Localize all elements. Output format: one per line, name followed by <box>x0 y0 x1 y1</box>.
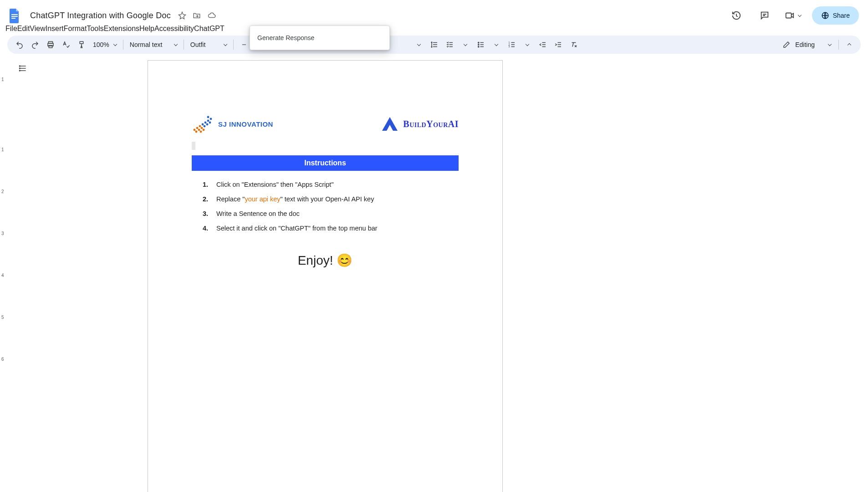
redo-button[interactable] <box>28 38 42 51</box>
indent-inc-button[interactable] <box>551 38 565 51</box>
svg-point-22 <box>201 127 203 129</box>
document-title[interactable]: ChatGPT Integration with Google Doc <box>27 10 174 21</box>
undo-button[interactable] <box>13 38 26 51</box>
svg-point-9 <box>478 44 479 45</box>
spellcheck-button[interactable] <box>59 38 73 51</box>
chatgpt-generate-item[interactable]: Generate Response <box>250 29 389 47</box>
menu-extensions[interactable]: Extensions <box>104 25 139 33</box>
list-item: 2.Replace "your api key" text with your … <box>201 192 459 206</box>
sj-innovation-logo: SJ INNOVATION <box>192 114 273 133</box>
move-icon[interactable] <box>193 11 201 20</box>
document-page[interactable]: SJ INNOVATION BuildYourAI Instructions 1… <box>148 60 503 492</box>
menu-accessibility[interactable]: Accessibility <box>154 25 194 33</box>
editing-mode-dropdown[interactable]: Editing <box>779 41 835 49</box>
svg-point-29 <box>200 131 202 133</box>
clear-format-button[interactable] <box>567 38 581 51</box>
svg-point-25 <box>207 120 209 122</box>
fontsize-dec[interactable] <box>237 38 251 51</box>
menu-view[interactable]: View <box>30 25 45 33</box>
styles-dropdown[interactable]: Normal text <box>126 41 181 48</box>
menu-format[interactable]: Format <box>64 25 87 33</box>
linespacing-button[interactable] <box>428 38 441 51</box>
vertical-ruler[interactable]: 1 1 2 3 4 5 6 <box>0 53 7 492</box>
checklist-caret[interactable] <box>459 38 472 51</box>
menu-tools[interactable]: Tools <box>87 25 103 33</box>
font-dropdown[interactable]: Outfit <box>187 41 230 48</box>
menu-chatgpt[interactable]: ChatGPT <box>194 25 225 33</box>
list-item: 1.Click on "Extensions" then "Apps Scrip… <box>201 177 459 192</box>
svg-rect-0 <box>11 14 18 15</box>
instructions-list: 1.Click on "Extensions" then "Apps Scrip… <box>192 177 459 236</box>
indent-dec-button[interactable] <box>536 38 550 51</box>
docs-logo[interactable] <box>5 6 24 25</box>
svg-rect-1 <box>11 16 18 17</box>
enjoy-text: Enjoy! 😊 <box>192 253 459 268</box>
svg-text:3: 3 <box>508 45 510 48</box>
comments-icon[interactable] <box>756 6 774 25</box>
collapse-toolbar-button[interactable] <box>842 38 856 51</box>
menu-help[interactable]: Help <box>139 25 154 33</box>
svg-point-32 <box>207 116 209 118</box>
svg-point-21 <box>198 129 200 131</box>
chatgpt-menu-popup: Generate Response <box>250 26 390 50</box>
svg-point-24 <box>204 122 207 124</box>
svg-point-26 <box>204 125 206 128</box>
history-icon[interactable] <box>727 6 745 25</box>
buildyourai-logo: BuildYourAI <box>382 117 459 131</box>
svg-point-28 <box>209 122 211 124</box>
align-dropdown[interactable] <box>412 38 426 51</box>
instructions-header: Instructions <box>192 155 459 171</box>
svg-point-10 <box>478 46 479 47</box>
star-icon[interactable] <box>178 11 186 20</box>
svg-point-8 <box>478 42 479 43</box>
paint-format-button[interactable] <box>75 38 88 51</box>
share-button[interactable]: Share <box>812 6 859 25</box>
svg-point-31 <box>210 118 212 120</box>
share-label: Share <box>833 12 850 19</box>
bulleted-caret[interactable] <box>490 38 503 51</box>
meet-button[interactable] <box>784 6 802 25</box>
svg-point-17 <box>194 129 196 131</box>
checklist-button[interactable] <box>443 38 457 51</box>
list-item: 4.Select it and click on "ChatGPT" from … <box>201 221 459 236</box>
menu-insert[interactable]: Insert <box>46 25 64 33</box>
numbered-list-button[interactable]: 123 <box>505 38 519 51</box>
svg-point-27 <box>206 123 209 126</box>
text-cursor <box>192 142 195 150</box>
menu-file[interactable]: File <box>5 25 17 33</box>
svg-point-19 <box>199 125 201 128</box>
svg-point-18 <box>196 127 199 129</box>
toolbar: 100% Normal text Outfit 11 123 Editing <box>7 36 861 54</box>
svg-rect-2 <box>11 18 15 19</box>
menu-edit[interactable]: Edit <box>17 25 30 33</box>
svg-point-20 <box>195 131 198 133</box>
bulleted-list-button[interactable] <box>474 38 488 51</box>
print-button[interactable] <box>44 38 57 51</box>
svg-point-30 <box>203 129 205 131</box>
svg-point-23 <box>202 123 204 126</box>
zoom-dropdown[interactable]: 100% <box>89 41 120 48</box>
list-item: 3.Write a Sentence on the doc <box>201 206 459 221</box>
svg-rect-3 <box>786 13 791 18</box>
cloud-saved-icon[interactable] <box>207 11 216 20</box>
numbered-caret[interactable] <box>521 38 534 51</box>
